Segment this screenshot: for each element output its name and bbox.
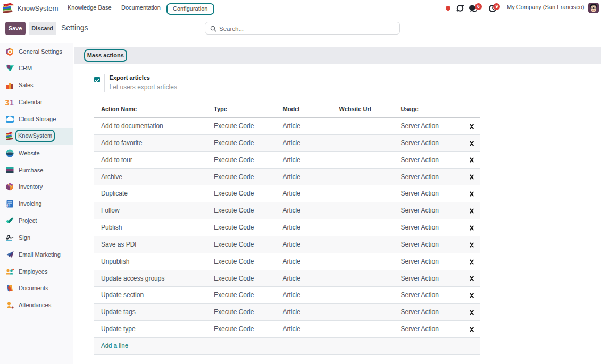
svg-text:1: 1 <box>10 98 14 107</box>
svg-text:3: 3 <box>5 98 10 107</box>
